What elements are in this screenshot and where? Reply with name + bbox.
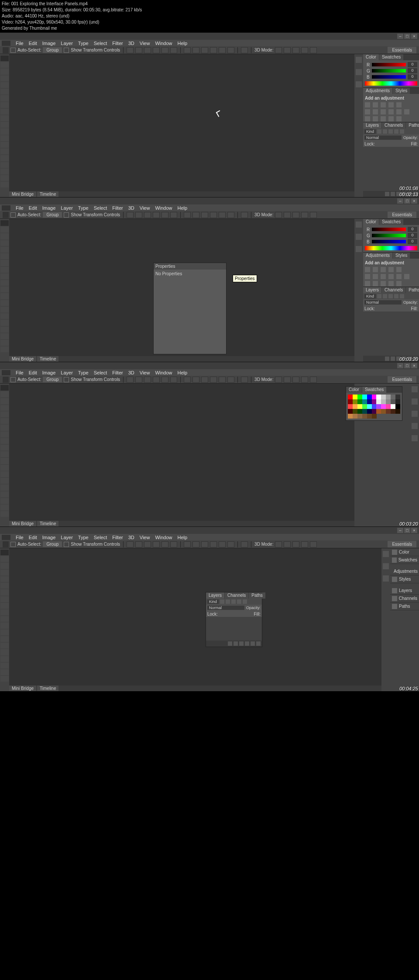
canvas-area[interactable]: Mini Bridge Timeline: [9, 54, 354, 197]
adj-icon[interactable]: [381, 102, 386, 107]
menu-layer[interactable]: Layer: [58, 41, 76, 46]
eyedropper-tool[interactable]: [0, 253, 9, 259]
maximize-button[interactable]: □: [404, 34, 410, 39]
menu-select[interactable]: Select: [91, 41, 110, 46]
history-brush-tool[interactable]: [0, 280, 9, 286]
adj-icon[interactable]: [388, 109, 394, 114]
canvas-area[interactable]: Properties No Properties Properties Mini…: [9, 219, 354, 362]
menu-help[interactable]: Help: [175, 205, 190, 211]
g-slider[interactable]: [372, 69, 406, 73]
history-icon[interactable]: [356, 222, 362, 228]
adj-icon[interactable]: [396, 102, 402, 107]
adj-icon[interactable]: [388, 102, 394, 107]
eyedropper-tool[interactable]: [0, 89, 9, 94]
type-tool[interactable]: [0, 155, 9, 161]
collapsed-styles[interactable]: Styles: [390, 575, 419, 583]
channels-tab[interactable]: Channels: [382, 287, 405, 293]
collapsed-color[interactable]: Color: [390, 548, 419, 556]
menu-window[interactable]: Window: [152, 205, 175, 211]
workspace-selector[interactable]: Essentials: [388, 211, 416, 218]
shape-tool[interactable]: [0, 333, 9, 339]
collapsed-adjustments[interactable]: Adjustments: [390, 568, 419, 575]
channels-tab[interactable]: Channels: [382, 122, 405, 128]
layers-tab[interactable]: Layers: [206, 592, 224, 599]
autoalign-icon[interactable]: [241, 47, 248, 53]
adj-icon[interactable]: [388, 116, 394, 121]
zoom-tool[interactable]: [0, 346, 9, 352]
color-swatches[interactable]: [0, 354, 9, 362]
menu-file[interactable]: File: [13, 41, 26, 46]
menu-image[interactable]: Image: [40, 41, 58, 46]
blur-tool[interactable]: [0, 135, 9, 141]
wand-tool[interactable]: [0, 240, 9, 246]
adj-icon[interactable]: [365, 116, 370, 121]
adj-icon[interactable]: [365, 109, 370, 114]
g-slider[interactable]: [372, 234, 406, 237]
collapsed-layers[interactable]: Layers: [390, 587, 419, 595]
align-icon[interactable]: [135, 47, 142, 53]
styles-tab[interactable]: Styles: [393, 253, 410, 259]
menu-file[interactable]: File: [13, 205, 26, 211]
path-tool[interactable]: [0, 327, 9, 332]
styles-tab[interactable]: Styles: [393, 88, 410, 94]
menu-type[interactable]: Type: [76, 205, 91, 211]
menu-window[interactable]: Window: [152, 41, 175, 46]
adj-icon[interactable]: [373, 116, 378, 121]
zoom-tool[interactable]: [0, 182, 9, 187]
adj-icon[interactable]: [381, 109, 386, 114]
3d-icon[interactable]: [275, 47, 282, 53]
menu-image[interactable]: Image: [40, 205, 58, 211]
lasso-tool[interactable]: [0, 233, 9, 239]
distribute-icon[interactable]: [184, 47, 191, 53]
menu-view[interactable]: View: [137, 41, 153, 46]
color-tab[interactable]: Color: [363, 54, 379, 60]
distribute-icon[interactable]: [192, 47, 199, 53]
distribute-icon[interactable]: [227, 47, 234, 53]
minimize-button[interactable]: –: [397, 363, 403, 368]
3d-icon[interactable]: [310, 47, 317, 53]
dodge-tool[interactable]: [0, 307, 9, 312]
align-icon[interactable]: [153, 47, 160, 53]
wand-tool[interactable]: [0, 76, 9, 81]
swatches-grid[interactable]: [346, 393, 402, 420]
channels-tab[interactable]: Channels: [225, 592, 248, 599]
shape-tool[interactable]: [0, 169, 9, 174]
r-slider[interactable]: [372, 228, 406, 231]
heal-tool[interactable]: [0, 95, 9, 101]
adj-icon[interactable]: [396, 116, 402, 121]
align-icon[interactable]: [170, 47, 177, 53]
minibridge-tab[interactable]: Mini Bridge: [9, 356, 36, 362]
blend-select[interactable]: Normal: [364, 135, 402, 140]
3d-icon[interactable]: [292, 47, 299, 53]
minimize-button[interactable]: –: [397, 34, 403, 39]
properties-icon[interactable]: [356, 69, 362, 75]
maximize-button[interactable]: □: [404, 363, 410, 368]
timeline-tab[interactable]: Timeline: [37, 191, 58, 197]
collapsed-swatches[interactable]: Swatches: [390, 556, 419, 564]
layers-tab[interactable]: Layers: [363, 122, 381, 128]
collapsed-channels[interactable]: Channels: [390, 595, 419, 603]
lasso-tool[interactable]: [0, 69, 9, 74]
history-icon[interactable]: [356, 57, 362, 63]
swatches-float-panel[interactable]: ColorSwatches: [346, 386, 402, 421]
fx-icon[interactable]: [385, 192, 389, 196]
menu-edit[interactable]: Edit: [26, 205, 40, 211]
gradient-tool[interactable]: [0, 128, 9, 134]
adjustments-tab[interactable]: Adjustments: [363, 88, 392, 94]
menu-edit[interactable]: Edit: [26, 41, 40, 46]
adj-icon[interactable]: [365, 102, 370, 107]
stamp-tool[interactable]: [0, 109, 9, 114]
minibridge-tab[interactable]: Mini Bridge: [9, 191, 36, 197]
paths-tab[interactable]: Paths: [406, 122, 419, 128]
stamp-tool[interactable]: [0, 274, 9, 279]
eraser-tool[interactable]: [0, 122, 9, 128]
distribute-icon[interactable]: [201, 47, 208, 53]
eraser-tool[interactable]: [0, 287, 9, 292]
menu-help[interactable]: Help: [175, 41, 190, 46]
crop-tool[interactable]: [0, 82, 9, 88]
blur-tool[interactable]: [0, 300, 9, 306]
hand-tool[interactable]: [0, 175, 9, 181]
layer-list[interactable]: [363, 147, 419, 191]
adj-icon[interactable]: [404, 109, 409, 114]
swatches-tab[interactable]: Swatches: [362, 387, 386, 393]
